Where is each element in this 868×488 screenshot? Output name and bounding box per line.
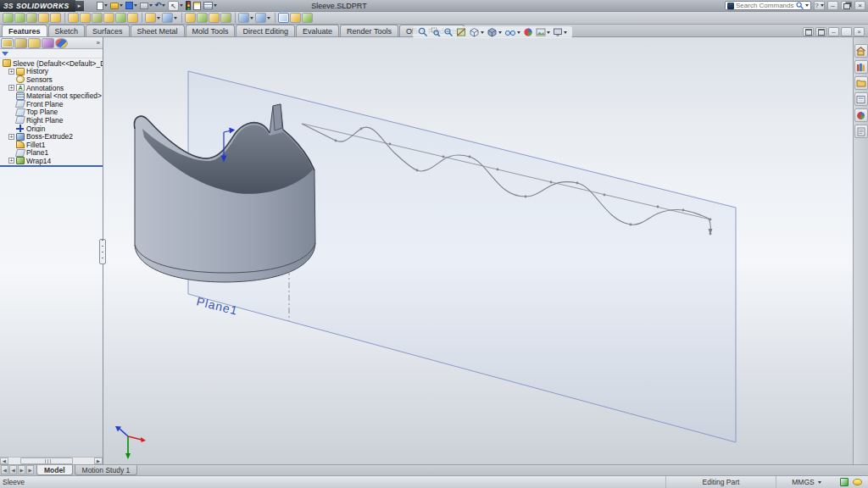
mirror-icon[interactable] — [220, 13, 231, 23]
extruded-cut-icon[interactable] — [68, 13, 79, 23]
revolved-cut-icon[interactable] — [92, 13, 103, 23]
shell-icon[interactable] — [209, 13, 220, 23]
tool-21-icon[interactable] — [290, 13, 301, 23]
open-icon[interactable] — [109, 0, 124, 11]
search-input[interactable] — [736, 2, 794, 9]
expand-icon[interactable]: + — [8, 134, 14, 140]
prev-tab-icon[interactable]: ◀ — [9, 465, 17, 474]
panel-splitter-handle[interactable] — [99, 239, 106, 264]
units-selector[interactable]: MMGS — [776, 476, 837, 488]
tab-render-tools[interactable]: Render Tools — [340, 25, 398, 36]
minimize-button[interactable]: – — [827, 1, 838, 10]
first-tab-icon[interactable]: ◀ — [1, 465, 8, 474]
tree-item-right-plane[interactable]: Right Plane — [0, 116, 103, 125]
tree-item-front-plane[interactable]: Front Plane — [0, 100, 103, 108]
tree-item-history[interactable]: +History — [0, 68, 103, 76]
edit-appearance-icon[interactable] — [522, 27, 534, 37]
boundary-cut-icon[interactable] — [127, 13, 138, 23]
panel-horizontal-scrollbar[interactable]: ◀ ▶ — [0, 457, 103, 464]
tab-direct-editing[interactable]: Direct Editing — [236, 25, 295, 36]
search-icon[interactable] — [796, 2, 804, 9]
file-explorer-icon[interactable] — [854, 76, 868, 90]
view-orientation-icon[interactable] — [468, 27, 485, 37]
tree-item-annotations[interactable]: +AAnnotations — [0, 84, 103, 92]
tree-item-boss-extrude2[interactable]: +Boss-Extrude2 — [0, 132, 103, 141]
tree-item-wrap14[interactable]: +Wrap14 — [0, 157, 103, 165]
propertymanager-icon[interactable] — [14, 38, 27, 48]
undo-icon[interactable]: ↶ — [154, 0, 167, 11]
tab-features[interactable]: Features — [2, 25, 47, 36]
restore-button[interactable] — [841, 1, 852, 10]
tree-item-origin[interactable]: Origin — [0, 125, 103, 133]
close-button[interactable]: × — [854, 1, 865, 10]
tree-item-material[interactable]: Material <not specified> — [0, 92, 103, 100]
design-library-icon[interactable] — [854, 60, 868, 74]
search-dropdown-icon[interactable] — [805, 4, 809, 7]
revolved-boss-base-icon[interactable] — [14, 13, 25, 23]
tree-item-fillet1[interactable]: Fillet1 — [0, 141, 103, 149]
section-view-icon[interactable] — [455, 27, 467, 37]
rib-icon[interactable] — [185, 13, 196, 23]
tree-item-top-plane[interactable]: Top Plane — [0, 108, 103, 117]
scroll-right-icon[interactable]: ▶ — [94, 458, 103, 464]
tab-surfaces[interactable]: Surfaces — [86, 25, 130, 36]
help-button[interactable]: ? — [814, 1, 825, 10]
fillet-icon[interactable] — [145, 13, 156, 23]
featuremanager-design-tree-icon[interactable] — [1, 38, 14, 48]
extruded-boss-base-icon[interactable] — [3, 13, 14, 23]
search-commands-box[interactable] — [725, 1, 811, 10]
save-icon[interactable] — [125, 0, 138, 11]
scrollbar-track[interactable] — [8, 458, 94, 464]
configurationmanager-icon[interactable] — [28, 38, 41, 48]
tab-motion-study-1[interactable]: Motion Study 1 — [75, 465, 138, 475]
last-tab-icon[interactable]: ▶ — [26, 465, 34, 474]
new-document-icon[interactable] — [96, 0, 108, 11]
instant3d-icon[interactable] — [278, 13, 289, 23]
draft-icon[interactable] — [197, 13, 208, 23]
lofted-boss-base-icon[interactable] — [38, 13, 49, 23]
hole-wizard-icon[interactable] — [80, 13, 91, 23]
zoom-to-area-icon[interactable] — [430, 27, 442, 37]
apply-scene-icon[interactable] — [535, 27, 551, 37]
tab-sketch[interactable]: Sketch — [48, 25, 86, 36]
select-icon[interactable]: ↖ — [167, 0, 184, 11]
view-settings-icon[interactable] — [552, 27, 568, 37]
doc-restore-icon[interactable] — [841, 27, 852, 36]
dimxpertmanager-icon[interactable] — [42, 38, 54, 48]
tree-item-part[interactable]: Sleeve (Default<<Default>_Display Sta — [0, 59, 103, 68]
expand-icon[interactable]: + — [8, 85, 14, 91]
window-icon-2[interactable] — [815, 27, 826, 36]
reference-geometry-icon[interactable] — [238, 13, 249, 23]
window-icon-1[interactable] — [803, 27, 814, 36]
tab-mold-tools[interactable]: Mold Tools — [186, 25, 236, 36]
expand-icon[interactable]: + — [8, 69, 14, 75]
file-properties-icon[interactable] — [192, 0, 202, 11]
tree-item-sensors[interactable]: Sensors — [0, 75, 103, 84]
expand-icon[interactable]: + — [8, 158, 14, 164]
scroll-left-icon[interactable]: ◀ — [0, 458, 8, 464]
tool-22-icon[interactable] — [302, 13, 313, 23]
magnified-selection-icon[interactable] — [442, 27, 454, 37]
options-icon[interactable] — [203, 0, 218, 11]
search-scope-icon[interactable] — [727, 3, 734, 9]
tab-sheet-metal[interactable]: Sheet Metal — [131, 25, 185, 36]
custom-properties-icon[interactable] — [854, 125, 868, 138]
tree-item-plane1[interactable]: Plane1 — [0, 149, 103, 158]
display-style-icon[interactable] — [486, 27, 503, 37]
swept-boss-base-icon[interactable] — [26, 13, 37, 23]
tab-evaluate[interactable]: Evaluate — [296, 25, 339, 36]
swept-cut-icon[interactable] — [103, 13, 114, 23]
scrollbar-thumb[interactable] — [20, 458, 73, 464]
solidworks-resources-icon[interactable] — [854, 44, 868, 58]
next-tab-icon[interactable]: ▶ — [18, 465, 25, 474]
hide-show-items-icon[interactable] — [504, 27, 521, 37]
doc-close-icon[interactable]: × — [854, 27, 865, 36]
menu-flyout-arrow-icon[interactable]: ▸ — [75, 1, 84, 11]
view-palette-icon[interactable] — [854, 92, 868, 106]
panel-tabs-overflow[interactable]: » — [97, 39, 103, 47]
filter-icon[interactable] — [2, 52, 8, 56]
quick-tips-icon[interactable] — [853, 479, 862, 485]
lofted-cut-icon[interactable] — [115, 13, 126, 23]
displaymanager-icon[interactable] — [55, 38, 68, 48]
tag-icon[interactable] — [840, 478, 849, 486]
